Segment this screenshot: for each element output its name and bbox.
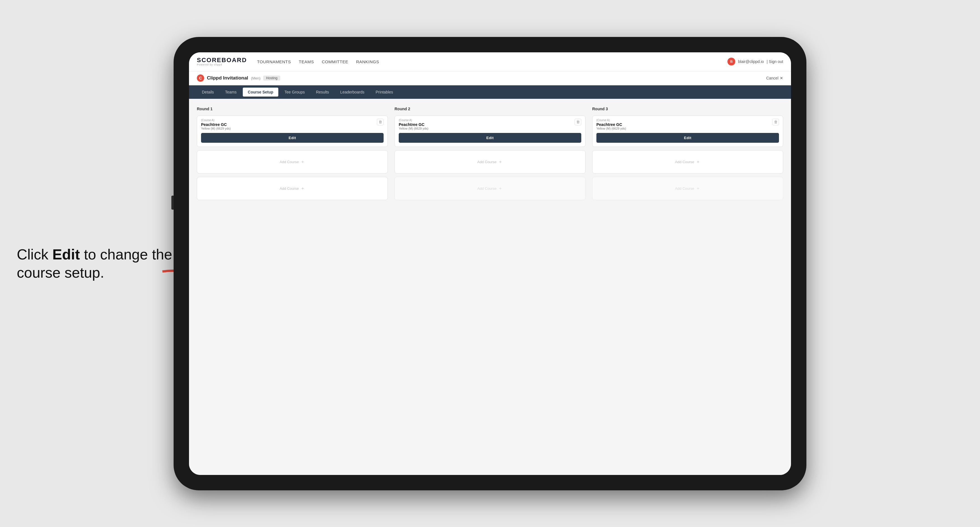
nav-left: SCOREBOARD Powered by clippd TOURNAMENTS… <box>197 57 379 66</box>
round-3-edit-button[interactable]: Edit <box>597 133 779 143</box>
top-navigation: SCOREBOARD Powered by clippd TOURNAMENTS… <box>189 52 791 71</box>
round-3-course-badge: (Course A) <box>597 119 626 122</box>
nav-committee[interactable]: COMMITTEE <box>322 59 348 64</box>
round-1-course-card: (Course A) Peachtree GC Yellow (M) (6629… <box>197 116 388 147</box>
round-1-plus-icon-2: ＋ <box>301 186 305 191</box>
round-3-plus-icon-1: ＋ <box>696 159 700 165</box>
round-2-course-details: Yellow (M) (6629 yds) <box>399 127 428 130</box>
round-3-course-name: Peachtree GC <box>597 122 626 127</box>
round-1-label: Round 1 <box>197 106 388 111</box>
user-avatar: B <box>727 58 735 65</box>
round-3-plus-icon-2: ＋ <box>696 186 700 191</box>
round-2-course-info: (Course A) Peachtree GC Yellow (M) (6629… <box>399 119 428 130</box>
tab-printables[interactable]: Printables <box>371 87 398 97</box>
round-1-course-badge: (Course A) <box>201 119 231 122</box>
tab-leaderboards[interactable]: Leaderboards <box>335 87 369 97</box>
round-1-column: Round 1 (Course A) Peachtree GC Yellow (… <box>197 106 388 200</box>
cancel-label: Cancel <box>766 76 778 80</box>
round-3-add-course-text-2: Add Course ＋ <box>675 186 700 191</box>
round-1-course-details: Yellow (M) (6629 yds) <box>201 127 231 130</box>
round-3-add-course-1[interactable]: Add Course ＋ <box>592 150 783 173</box>
tournament-info: C Clippd Invitational (Men) Hosting <box>197 75 280 82</box>
round-2-trash-button[interactable]: 🗑 <box>574 119 581 125</box>
main-content: Round 1 (Course A) Peachtree GC Yellow (… <box>189 99 791 475</box>
round-2-course-name: Peachtree GC <box>399 122 428 127</box>
sign-out-link[interactable]: | Sign out <box>767 59 783 64</box>
round-2-label: Round 2 <box>395 106 585 111</box>
round-1-edit-button[interactable]: Edit <box>201 133 383 143</box>
user-email: blair@clippd.io <box>738 59 764 64</box>
tournament-name: Clippd Invitational <box>207 75 248 81</box>
nav-teams[interactable]: TEAMS <box>299 59 314 64</box>
round-2-course-badge: (Course A) <box>399 119 428 122</box>
tablet-screen: SCOREBOARD Powered by clippd TOURNAMENTS… <box>189 52 791 475</box>
round-2-add-course-1[interactable]: Add Course ＋ <box>395 150 585 173</box>
tab-results[interactable]: Results <box>311 87 334 97</box>
round-3-label: Round 3 <box>592 106 783 111</box>
edit-emphasis: Edit <box>52 246 80 262</box>
round-1-add-course-1[interactable]: Add Course ＋ <box>197 150 388 173</box>
cancel-icon: ✕ <box>780 76 783 80</box>
tab-details[interactable]: Details <box>197 87 219 97</box>
tournament-gender: (Men) <box>251 76 260 80</box>
tab-teams[interactable]: Teams <box>220 87 242 97</box>
scoreboard-logo: SCOREBOARD Powered by clippd <box>197 57 247 66</box>
round-2-edit-button[interactable]: Edit <box>399 133 581 143</box>
rounds-grid: Round 1 (Course A) Peachtree GC Yellow (… <box>197 106 783 200</box>
round-3-add-course-text-1: Add Course ＋ <box>675 159 700 165</box>
round-1-course-name: Peachtree GC <box>201 122 231 127</box>
tablet-side-button <box>171 196 173 210</box>
round-3-course-info: (Course A) Peachtree GC Yellow (M) (6629… <box>597 119 626 130</box>
nav-tournaments[interactable]: TOURNAMENTS <box>257 59 291 64</box>
round-3-course-header: (Course A) Peachtree GC Yellow (M) (6629… <box>592 116 783 133</box>
tab-course-setup[interactable]: Course Setup <box>243 87 278 97</box>
tab-bar: Details Teams Course Setup Tee Groups Re… <box>189 85 791 99</box>
round-1-plus-icon-1: ＋ <box>301 159 305 165</box>
tab-tee-groups[interactable]: Tee Groups <box>280 87 310 97</box>
round-2-plus-icon-2: ＋ <box>498 186 503 191</box>
nav-links: TOURNAMENTS TEAMS COMMITTEE RANKINGS <box>257 59 379 64</box>
round-2-add-course-text-1: Add Course ＋ <box>477 159 503 165</box>
round-2-plus-icon-1: ＋ <box>498 159 503 165</box>
scoreboard-subtitle: Powered by clippd <box>197 63 247 66</box>
tablet-device: SCOREBOARD Powered by clippd TOURNAMENTS… <box>173 37 807 490</box>
nav-right: B blair@clippd.io | Sign out <box>727 58 783 65</box>
round-3-column: Round 3 (Course A) Peachtree GC Yellow (… <box>592 106 783 200</box>
round-2-add-course-2: Add Course ＋ <box>395 177 585 200</box>
round-3-add-course-2: Add Course ＋ <box>592 177 783 200</box>
round-2-add-course-text-2: Add Course ＋ <box>477 186 503 191</box>
clippd-logo: C <box>197 75 204 82</box>
round-1-add-course-text-1: Add Course ＋ <box>280 159 305 165</box>
cancel-button[interactable]: Cancel ✕ <box>766 76 783 80</box>
round-2-course-card: (Course A) Peachtree GC Yellow (M) (6629… <box>395 116 585 147</box>
round-1-course-info: (Course A) Peachtree GC Yellow (M) (6629… <box>201 119 231 130</box>
round-3-course-details: Yellow (M) (6629 yds) <box>597 127 626 130</box>
scoreboard-title: SCOREBOARD <box>197 57 247 63</box>
hosting-badge: Hosting <box>263 76 280 81</box>
round-3-trash-button[interactable]: 🗑 <box>772 119 779 125</box>
round-1-trash-button[interactable]: 🗑 <box>377 119 383 125</box>
round-1-add-course-2[interactable]: Add Course ＋ <box>197 177 388 200</box>
round-1-add-course-text-2: Add Course ＋ <box>280 186 305 191</box>
tournament-bar: C Clippd Invitational (Men) Hosting Canc… <box>189 71 791 85</box>
round-2-column: Round 2 (Course A) Peachtree GC Yellow (… <box>395 106 585 200</box>
round-2-course-header: (Course A) Peachtree GC Yellow (M) (6629… <box>395 116 585 133</box>
round-1-course-header: (Course A) Peachtree GC Yellow (M) (6629… <box>197 116 388 133</box>
nav-rankings[interactable]: RANKINGS <box>356 59 379 64</box>
round-3-course-card: (Course A) Peachtree GC Yellow (M) (6629… <box>592 116 783 147</box>
